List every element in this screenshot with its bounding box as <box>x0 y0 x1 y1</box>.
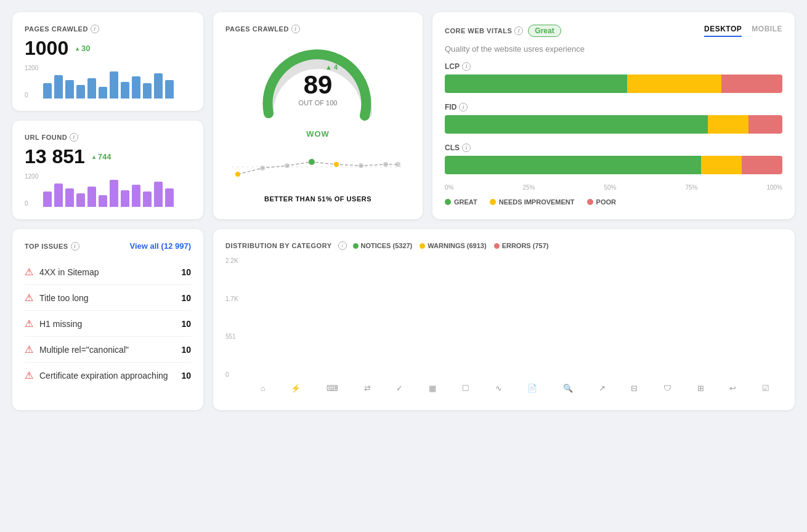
url-found-label: URL FOUND i <box>25 133 191 142</box>
issue-icon: ⚠ <box>25 369 33 381</box>
issue-row[interactable]: ⚠ H1 missing 10 <box>25 311 191 337</box>
pages-crawled-info-icon[interactable]: i <box>91 25 99 33</box>
dist-legend-dot <box>420 243 425 249</box>
issue-label: Title too long <box>39 293 89 303</box>
cwv-row-label: CLS i <box>445 143 782 152</box>
issue-icon: ⚠ <box>25 318 33 329</box>
stacked-bar <box>445 115 782 134</box>
issue-row[interactable]: ⚠ Multiple rel="canonical" 10 <box>25 337 191 363</box>
bar <box>65 188 74 207</box>
gauge-info-icon[interactable]: i <box>291 25 300 33</box>
cwv-metric-info-icon[interactable]: i <box>462 62 471 71</box>
dist-legend-item: WARNINGS (6913) <box>420 242 486 249</box>
cwv-label: CORE WEB VITALS i <box>445 26 523 35</box>
cwv-badge: Great <box>528 25 561 37</box>
stacked-bar <box>445 75 782 93</box>
bar <box>87 187 96 207</box>
dist-icon: 📄 <box>527 384 537 393</box>
bar <box>132 185 140 207</box>
pages-crawled-label: PAGES CRAWLED i <box>25 25 191 33</box>
y-label: 0 <box>225 371 248 378</box>
dist-icon: ∿ <box>495 384 502 393</box>
bar <box>165 80 174 99</box>
dist-icon: ↩ <box>729 384 736 393</box>
legend-item: NEEDS IMPROVEMENT <box>490 198 575 206</box>
stacked-bar <box>445 156 782 174</box>
tab-desktop[interactable]: DESKTOP <box>704 25 742 37</box>
svg-point-5 <box>334 162 339 167</box>
cwv-metric-info-icon[interactable]: i <box>459 103 468 111</box>
cwv-metric-info-icon[interactable]: i <box>462 143 471 152</box>
cwv-info-icon[interactable]: i <box>514 26 523 35</box>
view-all-link[interactable]: View all (12 997) <box>130 241 192 251</box>
bar <box>99 195 107 207</box>
dist-icon: 🛡 <box>663 384 671 393</box>
bar <box>143 191 152 207</box>
pages-crawled-card: PAGES CRAWLED i 1000 30 1200 0 <box>12 12 203 111</box>
dist-icon: ⚡ <box>291 384 301 393</box>
issue-left: ⚠ Title too long <box>25 292 89 304</box>
bar <box>87 78 96 99</box>
cwv-row: CLS i <box>445 143 782 174</box>
legend-dot <box>587 199 593 205</box>
dist-icon: ✓ <box>396 384 403 393</box>
issue-icon: ⚠ <box>25 292 33 304</box>
bar <box>65 80 74 99</box>
top-issues-info-icon[interactable]: i <box>71 242 79 251</box>
y-label: 1.7K <box>225 296 248 302</box>
bar <box>110 71 118 99</box>
bar-segment <box>445 75 627 93</box>
url-found-info-icon[interactable]: i <box>70 133 78 142</box>
bar <box>110 180 118 207</box>
dist-icon: ☐ <box>462 384 469 393</box>
bar <box>132 76 140 99</box>
gauge-text: 89 OUT OF 100 <box>299 72 338 107</box>
issue-icon: ⚠ <box>25 344 33 355</box>
legend-dot <box>490 199 496 205</box>
top-issues-card: TOP ISSUES i View all (12 997) ⚠ 4XX in … <box>12 229 203 410</box>
dist-info-icon[interactable]: i <box>338 241 347 250</box>
issue-label: Multiple rel="canonical" <box>39 345 129 355</box>
bar-segment <box>445 156 701 174</box>
bar <box>121 82 129 99</box>
cwv-subtitle: Quality of the website usres experience <box>445 44 782 54</box>
bar-segment <box>445 115 708 134</box>
issue-row[interactable]: ⚠ 4XX in Sitemap 10 <box>25 259 191 285</box>
dist-bars <box>248 257 782 378</box>
bar <box>121 190 129 208</box>
bar <box>76 85 85 99</box>
url-found-card: URL FOUND i 13 851 744 1200 0 <box>12 121 203 219</box>
top-issues-label: TOP ISSUES i <box>25 242 79 251</box>
y-label: 551 <box>225 333 248 340</box>
bar <box>154 73 163 99</box>
issue-row[interactable]: ⚠ Title too long 10 <box>25 285 191 311</box>
bar-segment <box>748 115 782 134</box>
tab-mobile[interactable]: MOBILE <box>752 25 782 37</box>
issue-count: 10 <box>181 371 191 381</box>
gauge-percent: 51% <box>318 195 333 203</box>
bar <box>54 75 63 99</box>
url-found-delta: 744 <box>91 152 112 161</box>
legend-item: POOR <box>587 198 616 206</box>
dist-icon: ↗ <box>599 384 606 393</box>
issue-icon: ⚠ <box>25 266 33 278</box>
cwv-axis: 0%25%50%75%100% <box>445 184 782 191</box>
svg-point-1 <box>235 172 240 177</box>
bar-segment <box>627 75 721 93</box>
dist-icon: ⌂ <box>261 384 266 393</box>
issues-header: TOP ISSUES i View all (12 997) <box>25 241 191 251</box>
bar <box>76 193 85 207</box>
cwv-legend: GREATNEEDS IMPROVEMENTPOOR <box>445 198 782 206</box>
svg-point-2 <box>260 166 265 171</box>
cwv-row-label: FID i <box>445 103 782 111</box>
dist-legend-dot <box>494 243 500 249</box>
gauge-footer: BETTER THAN 51% OF USERS <box>264 195 371 203</box>
gauge-card: PAGES CRAWLED i 89 OUT OF 100 ▲ 4 WOW <box>213 12 423 219</box>
cwv-row: LCP i <box>445 62 782 93</box>
dist-icon: ⊟ <box>631 384 638 393</box>
svg-point-4 <box>309 159 315 165</box>
svg-point-3 <box>285 163 290 168</box>
issue-label: Certificate expiration approaching <box>39 371 168 381</box>
dist-legend-item: NOTICES (5327) <box>353 242 413 249</box>
issue-row[interactable]: ⚠ Certificate expiration approaching 10 <box>25 363 191 388</box>
